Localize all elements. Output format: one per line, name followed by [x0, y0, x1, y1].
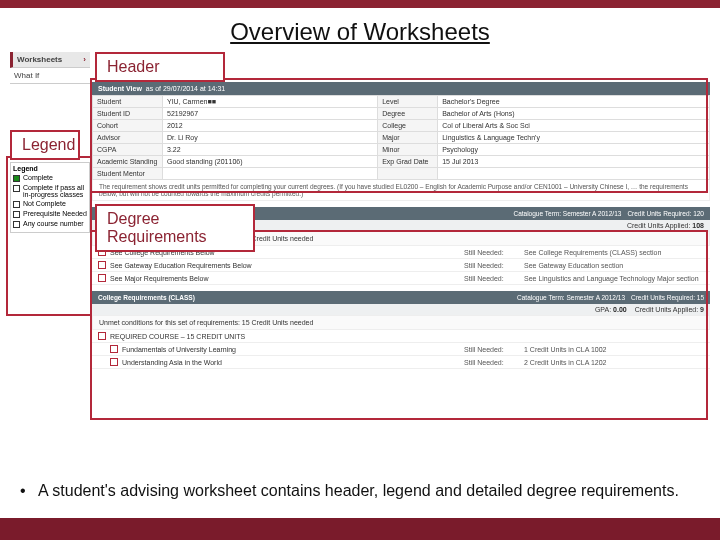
- tab-label: Worksheets: [17, 55, 62, 64]
- callout-degree: Degree Requirements: [95, 204, 255, 252]
- callout-header: Header: [95, 52, 225, 82]
- outline-legend: [6, 156, 92, 316]
- sidebar: Worksheets › What If: [10, 52, 90, 84]
- top-bar: [0, 0, 720, 8]
- callout-legend: Legend: [10, 130, 80, 160]
- tab-label: What If: [14, 71, 39, 80]
- tab-whatif[interactable]: What If: [10, 68, 90, 84]
- tab-worksheets[interactable]: Worksheets ›: [10, 52, 90, 68]
- outline-degree: [90, 230, 708, 420]
- outline-header: [90, 78, 708, 193]
- bullet-icon: •: [20, 482, 26, 499]
- chevron-right-icon: ›: [83, 55, 86, 64]
- footer-bullet: • A student's advising worksheet contain…: [20, 482, 679, 500]
- footer-text: A student's advising worksheet contains …: [38, 482, 679, 499]
- page-title: Overview of Worksheets: [0, 8, 720, 52]
- canvas: Worksheets › What If Legend Complete Com…: [10, 52, 710, 422]
- bottom-bar: [0, 518, 720, 540]
